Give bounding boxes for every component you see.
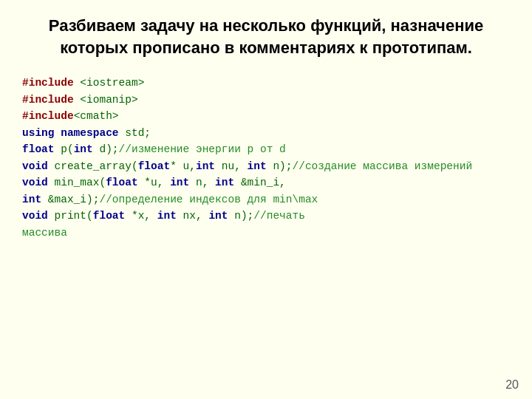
code-block: #include <iostream> #include <iomanip> #…	[22, 72, 510, 377]
code-line-8b: массива	[22, 225, 510, 241]
code-line-4: using namespace std;	[22, 125, 510, 141]
code-line-1: #include <iostream>	[22, 75, 510, 91]
page-number: 20	[505, 378, 519, 392]
code-line-2: #include <iomanip>	[22, 92, 510, 108]
slide-title: Разбиваем задачу на несколько функций, н…	[22, 15, 510, 58]
code-line-7: void min_max(float *u, int n, int &min_i…	[22, 174, 510, 191]
code-line-8: void print(float *x, int nx, int n);//пе…	[22, 208, 510, 224]
code-line-3: #include<cmath>	[22, 108, 510, 124]
code-line-5: float p(int d);//изменение энергии p от …	[22, 141, 510, 157]
slide: Разбиваем задачу на несколько функций, н…	[0, 0, 532, 399]
code-line-6: void create_array(float* u,int nu, int n…	[22, 158, 510, 174]
code-line-7b: int &max_i);//определение индексов для m…	[22, 191, 510, 208]
